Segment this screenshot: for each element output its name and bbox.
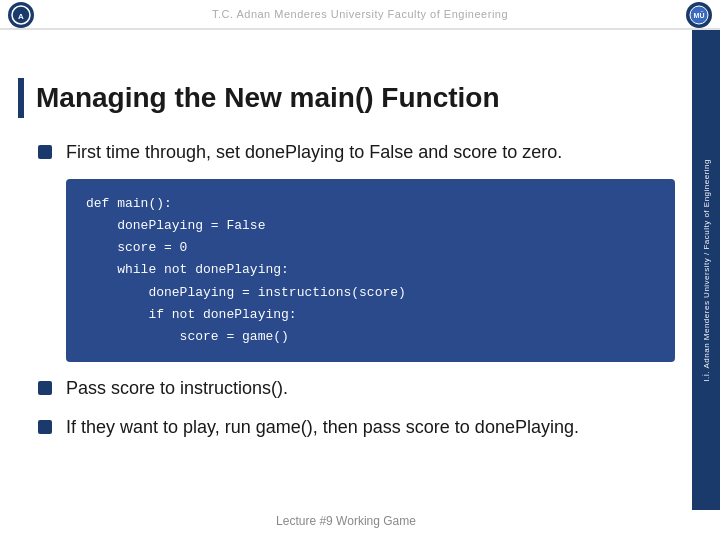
bullet-item-2: Pass score to instructions().	[38, 376, 675, 401]
bullet-dot-2	[38, 381, 52, 395]
bullet-item-3: If they want to play, run game(), then p…	[38, 415, 675, 440]
code-line-6: if not donePlaying:	[86, 304, 655, 326]
title-bar: Managing the New main() Function	[18, 78, 675, 118]
code-block: def main(): donePlaying = False score = …	[66, 179, 675, 362]
top-bar: A T.C. Adnan Menderes University Faculty…	[0, 0, 720, 30]
svg-text:MÜ: MÜ	[694, 11, 705, 19]
logo-left: A	[8, 2, 34, 28]
sidebar-label: I.İ. Adnan Menderes University / Faculty…	[702, 159, 711, 382]
slide: A T.C. Adnan Menderes University Faculty…	[0, 0, 720, 540]
university-header: T.C. Adnan Menderes University Faculty o…	[212, 8, 508, 20]
code-line-5: donePlaying = instructions(score)	[86, 282, 655, 304]
bullet-text-3: If they want to play, run game(), then p…	[66, 415, 579, 440]
bullet-dot-1	[38, 145, 52, 159]
code-line-4: while not donePlaying:	[86, 259, 655, 281]
main-content: Managing the New main() Function First t…	[0, 60, 720, 472]
svg-text:A: A	[18, 12, 24, 21]
bullet-text-1: First time through, set donePlaying to F…	[66, 140, 562, 165]
footer-text: Lecture #9 Working Game	[276, 514, 416, 528]
logo-right: MÜ	[686, 2, 712, 28]
bullet-dot-3	[38, 420, 52, 434]
footer: Lecture #9 Working Game	[0, 514, 692, 528]
title-accent	[18, 78, 24, 118]
bullet-item-1: First time through, set donePlaying to F…	[38, 140, 675, 165]
bullet-text-2: Pass score to instructions().	[66, 376, 288, 401]
page-title: Managing the New main() Function	[36, 82, 500, 114]
code-line-7: score = game()	[86, 326, 655, 348]
code-line-1: def main():	[86, 193, 655, 215]
code-line-3: score = 0	[86, 237, 655, 259]
code-line-2: donePlaying = False	[86, 215, 655, 237]
side-bar-right: I.İ. Adnan Menderes University / Faculty…	[692, 30, 720, 510]
bullet-section: First time through, set donePlaying to F…	[38, 140, 675, 440]
